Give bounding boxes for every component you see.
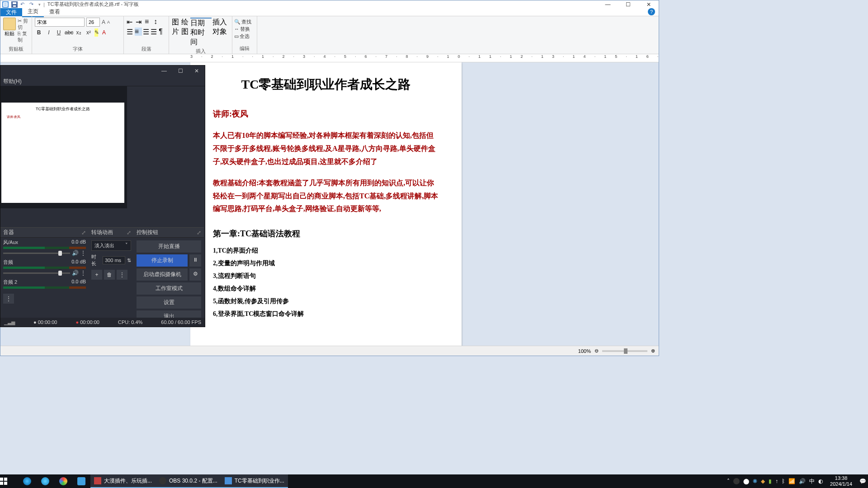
popout-icon[interactable]: ⤢ xyxy=(197,230,201,236)
tray-icon[interactable]: ↑ xyxy=(775,478,778,484)
add-transition-button[interactable]: + xyxy=(91,270,102,280)
insert-picture-button[interactable]: 图片 xyxy=(172,18,180,47)
taskbar-icon[interactable] xyxy=(72,474,90,488)
tab-file[interactable]: 文件 xyxy=(0,8,22,16)
taskbar-icon[interactable] xyxy=(18,474,36,488)
line-spacing-icon[interactable]: ↕ xyxy=(154,18,162,26)
shrink-font-icon[interactable]: A xyxy=(107,20,110,24)
virtual-cam-button[interactable]: 启动虚拟摄像机 xyxy=(137,268,188,281)
increase-indent-icon[interactable]: ⇥ xyxy=(136,18,144,26)
duration-input[interactable]: 300 ms xyxy=(103,256,125,264)
font-size-select[interactable] xyxy=(86,18,100,27)
pause-record-button[interactable]: ⏸ xyxy=(189,254,201,267)
notifications-icon[interactable]: 💬 xyxy=(859,478,866,484)
taskbar-icon[interactable] xyxy=(54,474,72,488)
mixer-kebab-button[interactable]: ⋮ xyxy=(3,294,14,304)
help-icon[interactable]: ? xyxy=(648,8,655,15)
volume-icon[interactable]: 🔊 xyxy=(799,478,806,484)
kebab-icon[interactable]: ⋮ xyxy=(80,250,86,256)
obs-menu-help[interactable]: 帮助(H) xyxy=(3,78,22,84)
obs-preview[interactable]: TC零基础到职业作者成长之路 讲师:夜风 xyxy=(0,86,127,208)
doc-item: 3,流程判断语句 xyxy=(213,270,439,282)
remove-transition-button[interactable]: 🗑 xyxy=(104,270,115,280)
minimize-button[interactable]: — xyxy=(598,0,618,8)
font-color-button[interactable]: A xyxy=(100,28,108,37)
close-button[interactable]: ✕ xyxy=(638,0,659,8)
speaker-icon[interactable]: 🔊 xyxy=(72,270,79,276)
tab-view[interactable]: 查看 xyxy=(44,7,66,17)
tray-icon[interactable]: ▮ xyxy=(769,478,772,484)
cut-button[interactable]: ✂ 剪切 xyxy=(18,18,29,30)
grow-font-icon[interactable]: A xyxy=(102,19,105,25)
zoom-out-button[interactable]: ⊖ xyxy=(594,348,599,354)
ime-icon[interactable]: 中 xyxy=(809,478,815,485)
kebab-icon[interactable]: ⋮ xyxy=(80,270,86,276)
decrease-indent-icon[interactable]: ⇤ xyxy=(127,18,135,26)
tray-icon[interactable]: ❋ xyxy=(753,478,757,484)
taskbar-app[interactable]: 大漠插件、乐玩插... xyxy=(90,474,156,488)
tray-icon[interactable]: ◐ xyxy=(818,478,823,484)
justify-icon[interactable]: ☰ xyxy=(151,28,158,36)
subscript-button[interactable]: x₂ xyxy=(75,28,83,37)
tray-icon[interactable] xyxy=(733,478,740,484)
save-icon[interactable] xyxy=(11,1,18,8)
align-center-icon[interactable]: ≡ xyxy=(135,28,142,36)
align-left-icon[interactable]: ☰ xyxy=(127,28,134,36)
stop-record-button[interactable]: 停止录制 xyxy=(137,254,188,267)
tab-home[interactable]: 主页 xyxy=(22,7,44,17)
volume-slider[interactable] xyxy=(3,272,70,274)
insert-datetime-button[interactable]: 日期和时间 xyxy=(190,18,212,47)
volume-slider[interactable] xyxy=(3,253,70,254)
bold-button[interactable]: B xyxy=(35,28,43,37)
paragraph-dialog-icon[interactable]: ¶ xyxy=(159,28,166,36)
obs-minimize-button[interactable]: — xyxy=(156,66,172,76)
selectall-button[interactable]: ▭全选 xyxy=(234,33,255,40)
highlight-button[interactable]: ✎ xyxy=(94,28,98,37)
transition-kebab-button[interactable]: ⋮ xyxy=(117,270,127,280)
tray-chevron-icon[interactable]: ˄ xyxy=(727,478,730,484)
settings-button[interactable]: 设置 xyxy=(137,296,201,309)
replace-button[interactable]: ↔替换 xyxy=(234,25,255,33)
start-stream-button[interactable]: 开始直播 xyxy=(137,240,201,253)
popout-icon[interactable]: ⤢ xyxy=(127,230,131,236)
copy-button[interactable]: ⎘ 复制 xyxy=(18,30,29,43)
align-right-icon[interactable]: ☰ xyxy=(143,28,150,36)
obs-maximize-button[interactable]: ☐ xyxy=(172,66,189,76)
speaker-icon[interactable]: 🔊 xyxy=(72,250,79,256)
taskbar-icon[interactable] xyxy=(36,474,54,488)
strikethrough-button[interactable]: abc xyxy=(65,28,73,37)
taskbar-app[interactable]: OBS 30.0.2 - 配置... xyxy=(156,474,221,488)
superscript-button[interactable]: x² xyxy=(85,28,93,37)
ruler[interactable]: 3·2·1··1·2·3·4·5·6·7·8·9·10·11·12·13·14·… xyxy=(0,54,659,62)
italic-button[interactable]: I xyxy=(45,28,53,37)
track-name: 音频 xyxy=(3,259,13,266)
underline-button[interactable]: U xyxy=(55,28,63,37)
tray-icon[interactable]: ⬤ xyxy=(743,478,749,484)
taskbar-clock[interactable]: 13:38 2024/1/14 xyxy=(826,474,856,488)
document-page[interactable]: TC零基础到职业作者成长之路 讲师:夜风 本人已有10年的脚本编写经验,对各种脚… xyxy=(190,62,462,346)
bluetooth-icon[interactable]: ᛒ xyxy=(782,478,785,484)
font-family-select[interactable] xyxy=(35,18,85,27)
insert-paint-button[interactable]: 绘图 xyxy=(181,18,190,47)
doc-intro1: 本人已有10年的脚本编写经验,对各种脚本框架有着深刻的认知,包括但不限于多开多线… xyxy=(213,129,439,168)
start-button[interactable] xyxy=(0,478,18,485)
taskbar-app[interactable]: TC零基础到职业作... xyxy=(221,474,288,488)
qat-dropdown-icon[interactable]: ▾ xyxy=(38,2,41,7)
bullets-icon[interactable]: ≡ xyxy=(145,18,153,26)
spinner-icon[interactable]: ⇅ xyxy=(127,258,131,263)
studio-mode-button[interactable]: 工作室模式 xyxy=(137,282,201,295)
zoom-slider[interactable] xyxy=(602,350,647,352)
tray-icon[interactable]: ◆ xyxy=(761,478,765,484)
popout-icon[interactable]: ⤢ xyxy=(81,230,86,236)
wifi-icon[interactable]: 📶 xyxy=(788,478,795,484)
zoom-in-button[interactable]: ⊕ xyxy=(651,348,655,354)
maximize-button[interactable]: ☐ xyxy=(618,0,638,8)
obs-close-button[interactable]: ✕ xyxy=(189,66,205,76)
paste-button[interactable]: 粘贴 xyxy=(3,18,16,43)
find-button[interactable]: 🔍查找 xyxy=(234,18,255,25)
transition-select[interactable]: 淡入淡出˅ xyxy=(91,240,131,251)
virtual-cam-settings-button[interactable]: ⚙ xyxy=(189,268,201,281)
audio-meter xyxy=(3,267,86,269)
insert-object-button[interactable]: 插入对象 xyxy=(212,18,229,47)
wordpad-statusbar: 100% ⊖ ⊕ xyxy=(0,346,659,356)
